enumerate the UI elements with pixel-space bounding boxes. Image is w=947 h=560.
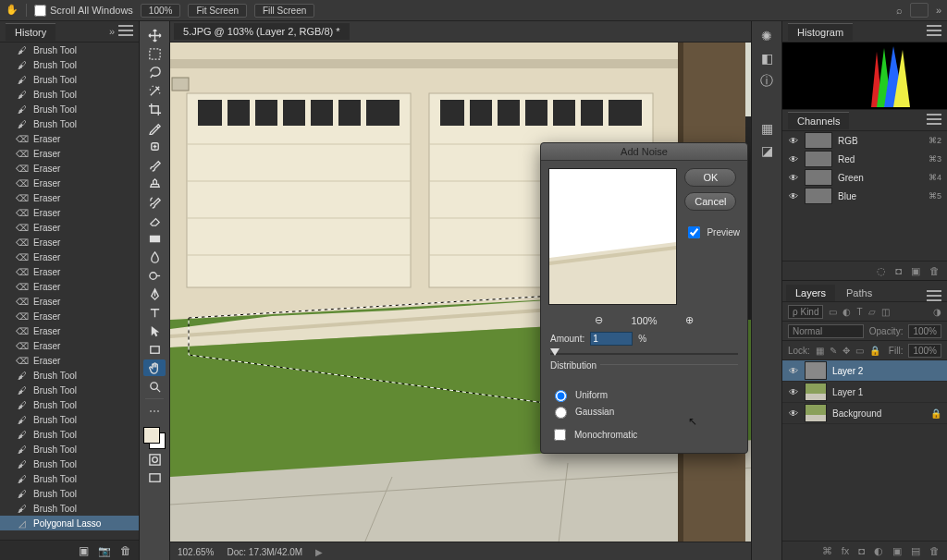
layer-kind-dropdown[interactable]: ρ Kind (788, 305, 823, 319)
type-tool[interactable] (143, 304, 166, 321)
blur-tool[interactable] (143, 249, 166, 265)
history-item[interactable]: ⌫Eraser (0, 220, 139, 235)
history-tab[interactable]: History (6, 23, 55, 41)
fill-input[interactable]: 100% (908, 344, 941, 358)
channel-row[interactable]: 👁Green⌘4 (782, 168, 947, 187)
new-channel-icon[interactable]: ▣ (911, 265, 920, 277)
lock-trans-icon[interactable]: ▦ (816, 346, 824, 356)
rectangle-tool[interactable] (143, 341, 166, 358)
zoom-in-icon[interactable]: ⊕ (685, 314, 694, 326)
lock-artboard-icon[interactable]: ▭ (855, 346, 864, 356)
layer-row[interactable]: 👁Background🔒 (782, 403, 947, 424)
adjustment-layer-icon[interactable]: ◐ (874, 545, 883, 557)
new-layer-icon[interactable]: ▤ (911, 545, 920, 557)
workspace-button[interactable] (910, 3, 929, 18)
channel-row[interactable]: 👁Blue⌘5 (782, 187, 947, 205)
camera-icon[interactable]: 📷 (98, 545, 111, 557)
move-tool[interactable] (143, 27, 166, 43)
magic-wand-tool[interactable] (143, 82, 166, 99)
layer-list[interactable]: 👁Layer 2👁Layer 1👁Background🔒 (782, 360, 947, 424)
screen-mode-button[interactable] (143, 469, 166, 486)
path-selection-tool[interactable] (143, 323, 166, 339)
fit-screen-button[interactable]: Fit Screen (188, 4, 247, 18)
layers-tab[interactable]: Layers (786, 285, 835, 301)
paths-tab[interactable]: Paths (837, 285, 881, 301)
panel-menu-icon[interactable] (927, 25, 941, 36)
gradient-tool[interactable] (143, 230, 166, 247)
filter-smart-icon[interactable]: ◫ (881, 307, 890, 317)
history-item[interactable]: 🖌Brush Tool (0, 442, 139, 457)
history-item[interactable]: 🖌Brush Tool (0, 43, 139, 57)
scroll-all-windows-checkbox[interactable]: Scroll All Windows (34, 5, 133, 17)
monochromatic-checkbox[interactable]: Monochromatic (550, 426, 738, 444)
quick-mask-button[interactable] (143, 451, 166, 468)
trash-icon[interactable]: 🗑 (120, 544, 131, 557)
crop-tool[interactable] (143, 101, 166, 117)
history-item[interactable]: ⌫Eraser (0, 205, 139, 220)
panel-collapse-icon[interactable]: » (109, 26, 115, 37)
layer-mask-icon[interactable]: ◘ (858, 545, 865, 556)
ok-button[interactable]: OK (684, 168, 736, 187)
lock-all-icon[interactable]: 🔒 (869, 346, 880, 356)
visibility-icon[interactable]: 👁 (788, 387, 799, 397)
clone-stamp-tool[interactable] (143, 175, 166, 191)
brightness-icon[interactable]: ✺ (761, 29, 772, 43)
history-item[interactable]: 🖌Brush Tool (0, 486, 139, 501)
new-snapshot-icon[interactable]: ▣ (79, 544, 89, 557)
history-item[interactable]: ◿Polygonal Lasso (0, 516, 139, 530)
filter-shape-icon[interactable]: ▱ (868, 307, 876, 317)
edit-toolbar-button[interactable]: ⋯ (143, 403, 166, 420)
history-brush-tool[interactable] (143, 193, 166, 210)
fill-screen-button[interactable]: Fill Screen (254, 4, 314, 18)
brush-tool[interactable] (143, 156, 166, 173)
search-icon[interactable]: ⌕ (896, 5, 903, 16)
filter-pixel-icon[interactable]: ▭ (829, 307, 837, 317)
dialog-preview[interactable] (548, 168, 677, 305)
styles-icon[interactable]: ◪ (761, 143, 773, 158)
history-list[interactable]: 🖌Brush Tool🖌Brush Tool🖌Brush Tool🖌Brush … (0, 43, 139, 540)
uniform-radio[interactable]: Uniform (550, 387, 738, 402)
lasso-tool[interactable] (143, 64, 166, 80)
history-item[interactable]: ⌫Eraser (0, 294, 139, 309)
layer-row[interactable]: 👁Layer 2 (782, 360, 947, 382)
history-item[interactable]: 🖌Brush Tool (0, 457, 139, 471)
history-item[interactable]: ⌫Eraser (0, 309, 139, 323)
history-item[interactable]: 🖌Brush Tool (0, 471, 139, 486)
zoom-tool[interactable] (143, 378, 166, 395)
document-tab[interactable]: 5.JPG @ 103% (Layer 2, RGB/8) * (174, 23, 350, 40)
info-icon[interactable]: ⓘ (760, 73, 773, 90)
history-item[interactable]: 🖌Brush Tool (0, 57, 139, 72)
history-item[interactable]: 🖌Brush Tool (0, 116, 139, 131)
link-layers-icon[interactable]: ⌘ (822, 545, 832, 557)
panel-menu-icon[interactable] (118, 25, 133, 36)
history-item[interactable]: 🖌Brush Tool (0, 427, 139, 442)
visibility-icon[interactable]: 👁 (788, 366, 799, 376)
group-icon[interactable]: ▣ (892, 545, 902, 557)
visibility-icon[interactable]: 👁 (788, 408, 799, 419)
history-item[interactable]: 🖌Brush Tool (0, 102, 139, 116)
trash-icon[interactable]: 🗑 (929, 545, 940, 556)
history-item[interactable]: ⌫Eraser (0, 264, 139, 279)
zoom-display[interactable]: 100% (141, 4, 181, 18)
history-item[interactable]: ⌫Eraser (0, 190, 139, 205)
preview-checkbox[interactable]: Preview (684, 224, 740, 241)
lock-pos-icon[interactable]: ✥ (842, 346, 850, 356)
history-item[interactable]: ⌫Eraser (0, 146, 139, 161)
filter-toggle[interactable]: ◑ (933, 307, 941, 317)
dialog-titlebar[interactable]: Add Noise (541, 143, 747, 161)
channel-row[interactable]: 👁RGB⌘2 (782, 131, 947, 150)
history-item[interactable]: ⌫Eraser (0, 131, 139, 146)
history-item[interactable]: ⌫Eraser (0, 279, 139, 294)
adjustments-icon[interactable]: ◧ (761, 51, 773, 66)
history-item[interactable]: 🖌Brush Tool (0, 368, 139, 383)
status-doc[interactable]: Doc: 17.3M/42.0M (227, 547, 302, 557)
trash-icon[interactable]: 🗑 (929, 265, 940, 276)
save-selection-icon[interactable]: ◘ (895, 265, 902, 276)
status-zoom[interactable]: 102.65% (178, 547, 214, 557)
swatches-icon[interactable]: ▦ (761, 121, 773, 136)
status-arrow-icon[interactable]: ▶ (315, 547, 323, 557)
marquee-tool[interactable] (143, 45, 166, 62)
visibility-icon[interactable]: 👁 (788, 173, 799, 183)
layer-row[interactable]: 👁Layer 1 (782, 382, 947, 403)
panel-menu-icon[interactable] (927, 114, 941, 125)
